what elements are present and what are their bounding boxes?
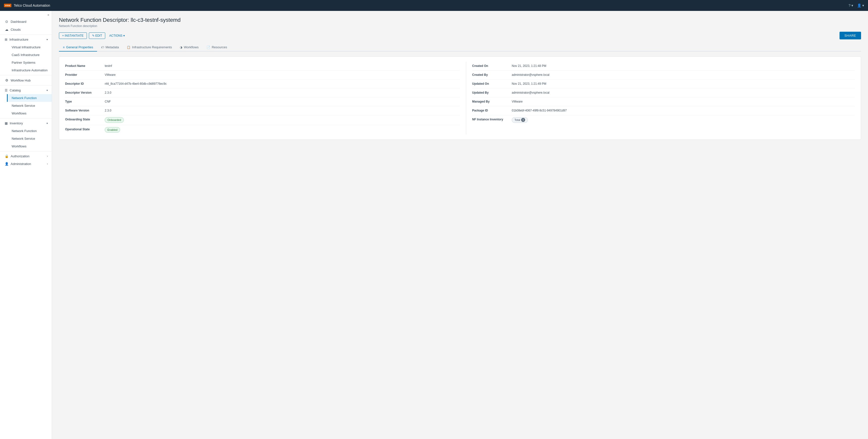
tab-general-properties[interactable]: ≡ General Properties [59, 43, 97, 52]
inventory-icon: ▦ [5, 121, 8, 125]
sidebar-section-label: Authorization [11, 154, 29, 158]
prop-descriptor-id: Descriptor ID nfd_8ca77164-d47b-4be4-80d… [65, 80, 460, 88]
prop-label: Provider [65, 72, 105, 77]
chevron-down-icon: ▾ [46, 122, 48, 125]
tab-label: General Properties [66, 45, 93, 49]
sidebar-item-catalog-workflows[interactable]: Workflows [7, 110, 52, 117]
properties-grid: Product Name testnf Provider VMware Desc… [65, 62, 855, 135]
tab-workflows[interactable]: ◑ Workflows [176, 43, 203, 52]
resources-tab-icon: 📄 [207, 46, 210, 49]
main-content: Network Function Descriptor: llc-c3-test… [52, 11, 868, 439]
tab-metadata[interactable]: 🏷 Metadata [97, 43, 123, 52]
prop-value: administrator@vsphere.local [512, 90, 855, 95]
toolbar: + INSTANTIATE ✎ EDIT ACTIONS ▾ SHARE [59, 32, 861, 39]
sidebar-divider-5 [0, 151, 52, 151]
sidebar-item-label: Workflows [12, 144, 27, 148]
prop-value: VMware [512, 99, 855, 104]
prop-nf-instance-inventory: NF Instance Inventory Total 0 [472, 115, 855, 125]
sidebar-collapse-button[interactable]: « [0, 11, 52, 18]
general-properties-card: Product Name testnf Provider VMware Desc… [59, 57, 861, 140]
prop-value: Onboarded [105, 117, 460, 123]
sidebar-item-virtual-infrastructure[interactable]: Virtual Infrastructure [7, 43, 52, 51]
sidebar-item-inventory-network-service[interactable]: Network Service [7, 135, 52, 142]
catalog-icon: ☰ [5, 88, 8, 92]
general-properties-tab-icon: ≡ [63, 46, 65, 49]
page-subtitle: Network Function description [59, 24, 181, 28]
instantiate-button[interactable]: + INSTANTIATE [59, 32, 87, 39]
prop-value: VMware [105, 72, 460, 77]
user-icon[interactable]: 👤 ▾ [857, 3, 864, 7]
prop-label: Descriptor ID [65, 82, 105, 86]
actions-button[interactable]: ACTIONS ▾ [107, 33, 127, 39]
topnav-left: vmw Telco Cloud Automation [4, 3, 50, 7]
authorization-icon: 🔒 [5, 154, 9, 158]
prop-label: Updated By [472, 90, 512, 95]
workflow-hub-icon: ⚙ [5, 78, 9, 82]
sidebar-item-caas-infrastructure[interactable]: CaaS Infrastructure [7, 51, 52, 59]
prop-value: Nov 21, 2023, 1:21:49 PM [512, 82, 855, 86]
sidebar-section-administration[interactable]: 👤 Administration › [0, 160, 52, 168]
infra-req-tab-icon: 📋 [127, 46, 130, 49]
sidebar-section-catalog[interactable]: ☰ Catalog ▾ [0, 86, 52, 94]
badge-total-count: 0 [521, 118, 525, 122]
sidebar-item-label: Network Service [12, 104, 35, 108]
prop-value: testnf [105, 64, 460, 68]
prop-label: Managed By [472, 99, 512, 104]
workflows-tab-icon: ◑ [180, 46, 182, 49]
sidebar-item-label: Infrastructure Automation [12, 68, 48, 72]
sidebar-divider-4 [0, 118, 52, 118]
sidebar-section-label: Administration [11, 162, 31, 166]
prop-label: Descriptor Version [65, 90, 105, 95]
sidebar-item-partner-systems[interactable]: Partner Systems [7, 59, 52, 66]
prop-managed-by: Managed By VMware [472, 97, 855, 106]
sidebar-item-label: Workflows [12, 112, 27, 115]
chevron-down-icon: ▾ [46, 38, 48, 41]
sidebar-item-dashboard[interactable]: ⊙ Dashboard [0, 18, 52, 26]
sidebar: « ⊙ Dashboard ☁ Clouds ⊞ Infrastructure … [0, 11, 52, 439]
sidebar-item-label: Network Function [12, 129, 37, 133]
sidebar-item-clouds[interactable]: ☁ Clouds [0, 26, 52, 33]
nf-instance-inventory-badge[interactable]: Total 0 [512, 117, 528, 123]
prop-operational-state: Operational State Enabled [65, 125, 460, 135]
sidebar-item-label: Network Function [12, 96, 37, 100]
share-button[interactable]: SHARE [840, 32, 861, 39]
prop-label: Software Version [65, 108, 105, 113]
prop-value: 2.3.0 [105, 90, 460, 95]
sidebar-item-infrastructure-automation[interactable]: Infrastructure Automation [7, 66, 52, 74]
sidebar-item-inventory-workflows[interactable]: Workflows [7, 142, 52, 150]
prop-label: Updated On [472, 82, 512, 86]
sidebar-section-label: Catalog [10, 88, 21, 92]
sidebar-item-label: Virtual Infrastructure [12, 45, 40, 49]
sidebar-section-infrastructure[interactable]: ⊞ Infrastructure ▾ [0, 36, 52, 43]
tab-label: Infrastructure Requirements [132, 45, 172, 49]
tab-resources[interactable]: 📄 Resources [203, 43, 231, 52]
prop-onboarding-state: Onboarding State Onboarded [65, 115, 460, 125]
sidebar-section-inventory[interactable]: ▦ Inventory ▾ [0, 119, 52, 127]
chevron-right-icon: › [47, 155, 48, 157]
sidebar-item-catalog-network-function[interactable]: Network Function [7, 94, 52, 102]
sidebar-item-catalog-network-service[interactable]: Network Service [7, 102, 52, 110]
tab-label: Resources [212, 45, 227, 49]
edit-button[interactable]: ✎ EDIT [89, 32, 105, 39]
prop-label: Operational State [65, 127, 105, 131]
left-properties-column: Product Name testnf Provider VMware Desc… [65, 62, 460, 135]
column-separator [466, 62, 466, 135]
page-title: Network Function Descriptor: llc-c3-test… [59, 17, 181, 23]
sidebar-item-label: Partner Systems [12, 61, 35, 64]
prop-type: Type CNF [65, 97, 460, 106]
prop-value: Nov 21, 2023, 1:21:48 PM [512, 64, 855, 68]
sidebar-item-workflow-hub[interactable]: ⚙ Workflow Hub [0, 76, 52, 84]
prop-value: administrator@vsphere.local [512, 72, 855, 77]
sidebar-section-authorization[interactable]: 🔒 Authorization › [0, 152, 52, 160]
tab-infrastructure-requirements[interactable]: 📋 Infrastructure Requirements [123, 43, 176, 52]
sidebar-section-label: Infrastructure [9, 38, 28, 41]
help-icon[interactable]: ? ▾ [848, 3, 853, 7]
sidebar-item-label: Dashboard [11, 20, 27, 24]
sidebar-item-label: Workflow Hub [11, 79, 31, 82]
sidebar-item-inventory-network-function[interactable]: Network Function [7, 127, 52, 135]
sidebar-sub-infrastructure: Virtual Infrastructure CaaS Infrastructu… [0, 43, 52, 74]
metadata-tab-icon: 🏷 [101, 46, 104, 49]
prop-product-name: Product Name testnf [65, 62, 460, 70]
prop-value: 01b08ebf-4067-49f8-8c51-949784901d97 [512, 108, 855, 113]
administration-icon: 👤 [5, 162, 9, 166]
